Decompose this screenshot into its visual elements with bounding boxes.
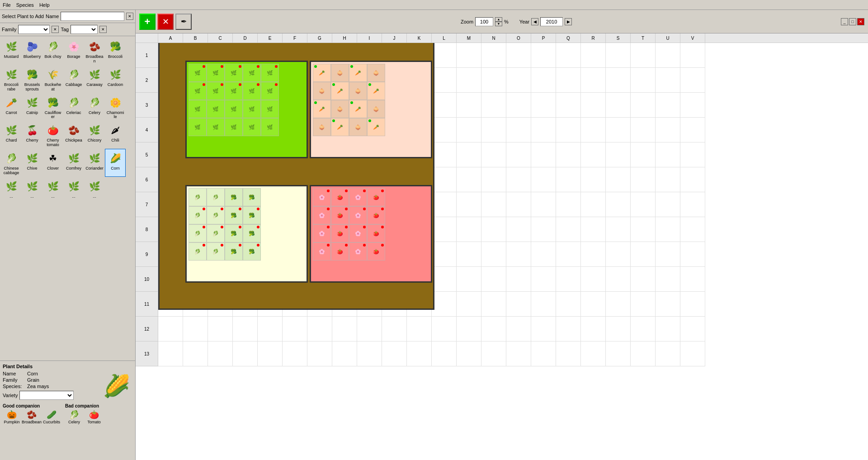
grid-cell-1-O[interactable] [506, 43, 531, 68]
grid-cell-13-G[interactable] [307, 341, 332, 366]
grid-cell-11-L[interactable] [432, 292, 457, 317]
bed-plant-cell[interactable]: 🌸 [313, 206, 331, 224]
bed-plant-cell[interactable]: 🌿 [225, 118, 243, 136]
bed-plant-cell[interactable]: 🍅 [367, 242, 385, 261]
grid-cell-1-R[interactable] [581, 43, 606, 68]
grid-cell-5-O[interactable] [506, 142, 531, 167]
grid-cell-3-P[interactable] [531, 93, 556, 118]
plant-item-clover[interactable]: ☘Clover [42, 149, 63, 177]
bed-plant-cell[interactable]: 🥬 [207, 206, 225, 224]
bed-plant-cell[interactable]: 🥕 [313, 100, 331, 118]
grid-cell-11-U[interactable] [656, 292, 680, 317]
plant-item-cherry-tomato[interactable]: 🍅Cherry tomato [42, 121, 63, 149]
plant-item-corn[interactable]: 🌽Corn [105, 149, 126, 177]
win-minimize-btn[interactable]: _ [841, 18, 848, 25]
grid-cell-3-O[interactable] [506, 93, 531, 118]
bed-plant-cell[interactable]: 🌸 [313, 224, 331, 242]
grid-cell-13-H[interactable] [332, 341, 357, 366]
grid-cell-6-P[interactable] [531, 167, 556, 192]
grid-cell-5-S[interactable] [606, 142, 631, 167]
grid-cell-11-T[interactable] [631, 292, 656, 317]
grid-cell-2-O[interactable] [506, 68, 531, 93]
grid-cell-13-M[interactable] [457, 341, 481, 366]
bed-plant-cell[interactable]: 🌿 [207, 118, 225, 136]
grid-cell-5-M[interactable] [457, 142, 481, 167]
grid-cell-8-Q[interactable] [556, 217, 581, 242]
grid-cell-4-R[interactable] [581, 118, 606, 142]
grid-cell-5-N[interactable] [481, 142, 506, 167]
plant-item-celery[interactable]: 🥬Celery [84, 93, 105, 121]
grid-cell-6-L[interactable] [432, 167, 457, 192]
tag-select[interactable] [71, 25, 98, 34]
grid-cell-9-T[interactable] [631, 242, 656, 267]
bed-plant-cell[interactable]: 🌿 [189, 118, 207, 136]
bed-plant-cell[interactable]: 🥦 [243, 188, 261, 206]
bed-plant-cell[interactable]: 🌸 [349, 242, 367, 261]
bed-plant-cell[interactable]: 🌿 [207, 100, 225, 118]
bed-plant-cell[interactable]: 🥕 [349, 100, 367, 118]
grid-cell-10-Q[interactable] [556, 267, 581, 292]
grid-cell-1-S[interactable] [606, 43, 631, 68]
bed-plant-cell[interactable]: 🌿 [243, 64, 261, 82]
grid-cell-10-U[interactable] [656, 267, 680, 292]
grid-cell-8-L[interactable] [432, 217, 457, 242]
bed-plant-cell[interactable]: 🌿 [189, 100, 207, 118]
grid-cell-9-P[interactable] [531, 242, 556, 267]
grid-cell-10-L[interactable] [432, 267, 457, 292]
plant-item-broadbean[interactable]: 🫘Broadbean [84, 37, 105, 65]
plant-item-chard[interactable]: 🌿Chard [1, 121, 22, 149]
grid-cell-1-Q[interactable] [556, 43, 581, 68]
grid-cell-4-N[interactable] [481, 118, 506, 142]
grid-cell-7-T[interactable] [631, 192, 656, 217]
grid-cell-12-I[interactable] [357, 317, 382, 341]
grid-cell-12-J[interactable] [382, 317, 407, 341]
bed-plant-cell[interactable]: 🥬 [207, 224, 225, 242]
grid-cell-3-S[interactable] [606, 93, 631, 118]
plant-item-coriander[interactable]: 🌿Coriander [84, 149, 105, 177]
grid-cell-9-N[interactable] [481, 242, 506, 267]
grid-cell-8-U[interactable] [656, 217, 680, 242]
plant-item-buckwheat[interactable]: 🌾Buckwheat [42, 65, 63, 93]
bed-plant-cell[interactable]: 🌿 [225, 100, 243, 118]
bed-plant-cell[interactable]: 🥕 [349, 64, 367, 82]
bed-plant-cell[interactable]: 🥦 [243, 242, 261, 261]
plant-item-chili[interactable]: 🌶Chili [105, 121, 126, 149]
bed-plant-cell[interactable]: 🧅 [313, 82, 331, 100]
grid-cell-12-T[interactable] [631, 317, 656, 341]
grid-cell-9-S[interactable] [606, 242, 631, 267]
grid-cell-2-N[interactable] [481, 68, 506, 93]
bed-plant-cell[interactable]: 🍅 [331, 188, 349, 206]
grid-cell-12-O[interactable] [506, 317, 531, 341]
grid-cell-6-M[interactable] [457, 167, 481, 192]
grid-cell-7-U[interactable] [656, 192, 680, 217]
bed-plant-cell[interactable]: 🥦 [243, 224, 261, 242]
bed-plant-cell[interactable]: 🥬 [207, 242, 225, 261]
grid-cell-3-M[interactable] [457, 93, 481, 118]
grid-cell-8-M[interactable] [457, 217, 481, 242]
bed-plant-cell[interactable]: 🍅 [331, 224, 349, 242]
grid-cell-13-E[interactable] [258, 341, 283, 366]
grid-cell-9-Q[interactable] [556, 242, 581, 267]
grid-cell-6-V[interactable] [680, 167, 705, 192]
bed-plant-cell[interactable]: 🥕 [331, 118, 349, 136]
grid-cell-1-T[interactable] [631, 43, 656, 68]
grid-cell-12-A[interactable] [158, 317, 183, 341]
grid-cell-10-N[interactable] [481, 267, 506, 292]
grid-cell-13-N[interactable] [481, 341, 506, 366]
plant-item-chickpea[interactable]: 🫘Chickpea [63, 121, 84, 149]
grid-cell-1-U[interactable] [656, 43, 680, 68]
plant-item-borage[interactable]: 🌸Borage [63, 37, 84, 65]
bed-plant-cell[interactable]: 🥬 [189, 206, 207, 224]
grid-cell-7-L[interactable] [432, 192, 457, 217]
grid-cell-10-T[interactable] [631, 267, 656, 292]
grid-cell-12-S[interactable] [606, 317, 631, 341]
bed-plant-cell[interactable]: 🧅 [313, 118, 331, 136]
grid-cell-12-K[interactable] [407, 317, 432, 341]
plant-item-comfrey[interactable]: 🌿Comfrey [63, 149, 84, 177]
grid-cell-8-R[interactable] [581, 217, 606, 242]
plant-item-carrot[interactable]: 🥕Carrot [1, 93, 22, 121]
grid-cell-9-V[interactable] [680, 242, 705, 267]
bed-plant-cell[interactable]: 🌿 [261, 100, 279, 118]
grid-cell-12-F[interactable] [283, 317, 307, 341]
grid-cell-5-T[interactable] [631, 142, 656, 167]
